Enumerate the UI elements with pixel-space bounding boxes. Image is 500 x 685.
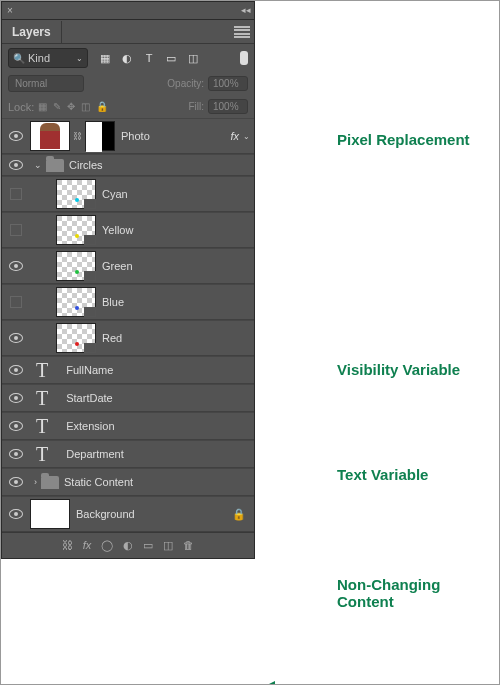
layer-name[interactable]: StartDate <box>48 392 254 404</box>
layer-thumbnail[interactable] <box>56 179 96 209</box>
layer-text[interactable]: T Department <box>2 440 254 468</box>
layer-thumbnail[interactable] <box>56 251 96 281</box>
panel-menu-icon[interactable] <box>234 26 250 38</box>
layer-name[interactable]: Cyan <box>96 188 254 200</box>
layer-name[interactable]: Background <box>70 508 232 520</box>
layer-text[interactable]: T StartDate <box>2 384 254 412</box>
blend-mode-dropdown[interactable]: Normal <box>8 75 84 92</box>
layer-circle[interactable]: Red <box>2 320 254 356</box>
panel-footer: ⛓ fx ◯ ◐ ▭ ◫ 🗑 <box>2 532 254 558</box>
visibility-toggle[interactable] <box>10 224 22 236</box>
visibility-toggle[interactable] <box>9 365 23 375</box>
visibility-toggle[interactable] <box>9 449 23 459</box>
layer-photo[interactable]: ⛓ Photo fx ⌄ <box>2 118 254 154</box>
filter-shape-icon[interactable]: ▭ <box>164 51 178 65</box>
layer-name[interactable]: Green <box>96 260 254 272</box>
layer-text[interactable]: T FullName <box>2 356 254 384</box>
fill-label: Fill: <box>188 101 204 112</box>
layer-circle[interactable]: Yellow <box>2 212 254 248</box>
layer-name[interactable]: Static Content <box>62 476 254 488</box>
kind-label: Kind <box>28 52 50 64</box>
layer-name[interactable]: Department <box>48 448 254 460</box>
layer-circle[interactable]: Cyan <box>2 176 254 212</box>
blend-mode-row: Normal Opacity: 100% <box>2 72 254 95</box>
annotation-visibility: Visibility Variable <box>337 361 460 378</box>
visibility-toggle[interactable] <box>9 477 23 487</box>
opacity-label: Opacity: <box>167 78 204 89</box>
layer-group-circles[interactable]: ⌄ Circles <box>2 154 254 176</box>
group-expand-icon[interactable]: › <box>34 477 37 487</box>
lock-transparent-icon[interactable]: ▦ <box>38 101 47 112</box>
filter-toggle[interactable] <box>240 51 248 65</box>
visibility-toggle[interactable] <box>10 188 22 200</box>
visibility-toggle[interactable] <box>9 131 23 141</box>
layer-thumbnail[interactable] <box>30 499 70 529</box>
layers-list: ⛓ Photo fx ⌄ ⌄ Circles Cyan Yellow Green… <box>2 118 254 532</box>
opacity-input[interactable]: 100% <box>208 76 248 91</box>
search-icon: 🔍 <box>13 53 25 64</box>
filter-row: 🔍 Kind ⌄ ▦ ◐ T ▭ ◫ <box>2 44 254 72</box>
lock-label: Lock: <box>8 101 34 113</box>
visibility-toggle[interactable] <box>9 333 23 343</box>
lock-row: Lock: ▦ ✎ ✥ ◫ 🔒 Fill: 100% <box>2 95 254 118</box>
fill-input[interactable]: 100% <box>208 99 248 114</box>
filter-smartobj-icon[interactable]: ◫ <box>186 51 200 65</box>
panel-titlebar: × ◂◂ <box>2 2 254 20</box>
type-layer-icon: T <box>36 359 48 382</box>
group-expand-icon[interactable]: ⌄ <box>34 160 42 170</box>
visibility-toggle[interactable] <box>9 509 23 519</box>
lock-icons: ▦ ✎ ✥ ◫ 🔒 <box>38 101 108 112</box>
add-mask-icon[interactable]: ◯ <box>101 539 113 552</box>
link-mask-icon[interactable]: ⛓ <box>73 131 82 141</box>
fx-badge[interactable]: fx <box>230 130 239 142</box>
layer-name[interactable]: Extension <box>48 420 254 432</box>
filter-type-icons: ▦ ◐ T ▭ ◫ <box>98 51 200 65</box>
tab-layers[interactable]: Layers <box>2 21 62 43</box>
visibility-toggle[interactable] <box>9 261 23 271</box>
layer-name[interactable]: Red <box>96 332 254 344</box>
link-layers-icon[interactable]: ⛓ <box>62 539 73 552</box>
chevron-down-icon: ⌄ <box>76 54 83 63</box>
type-layer-icon: T <box>36 415 48 438</box>
layer-name[interactable]: FullName <box>48 364 254 376</box>
visibility-toggle[interactable] <box>10 296 22 308</box>
layer-thumbnail[interactable] <box>30 121 70 151</box>
folder-icon <box>46 159 64 172</box>
collapse-icon[interactable]: ◂◂ <box>241 5 251 15</box>
visibility-toggle[interactable] <box>9 421 23 431</box>
layer-name[interactable]: Circles <box>67 159 254 171</box>
layer-group-static[interactable]: › Static Content <box>2 468 254 496</box>
lock-icon[interactable]: 🔒 <box>232 508 246 521</box>
filter-adjustment-icon[interactable]: ◐ <box>120 51 134 65</box>
visibility-toggle[interactable] <box>9 160 23 170</box>
visibility-toggle[interactable] <box>9 393 23 403</box>
fx-expand-icon[interactable]: ⌄ <box>243 132 250 141</box>
layer-background[interactable]: Background 🔒 <box>2 496 254 532</box>
new-group-icon[interactable]: ▭ <box>143 539 153 552</box>
close-icon[interactable]: × <box>2 5 18 16</box>
layer-circle[interactable]: Blue <box>2 284 254 320</box>
type-layer-icon: T <box>36 443 48 466</box>
layer-thumbnail[interactable] <box>56 287 96 317</box>
layer-circle[interactable]: Green <box>2 248 254 284</box>
add-fx-icon[interactable]: fx <box>83 539 92 552</box>
annotation-nonchanging: Non-Changing Content <box>337 576 477 610</box>
add-adjustment-icon[interactable]: ◐ <box>123 539 133 552</box>
layer-thumbnail[interactable] <box>56 323 96 353</box>
lock-image-icon[interactable]: ✎ <box>53 101 61 112</box>
layer-mask-thumbnail[interactable] <box>85 121 115 151</box>
filter-type-icon[interactable]: T <box>142 51 156 65</box>
layer-name[interactable]: Photo <box>115 130 230 142</box>
filter-kind-dropdown[interactable]: 🔍 Kind ⌄ <box>8 48 88 68</box>
new-layer-icon[interactable]: ◫ <box>163 539 173 552</box>
delete-layer-icon[interactable]: 🗑 <box>183 539 194 552</box>
layer-text[interactable]: T Extension <box>2 412 254 440</box>
filter-pixel-icon[interactable]: ▦ <box>98 51 112 65</box>
lock-artboard-icon[interactable]: ◫ <box>81 101 90 112</box>
layer-name[interactable]: Blue <box>96 296 254 308</box>
lock-all-icon[interactable]: 🔒 <box>96 101 108 112</box>
layer-thumbnail[interactable] <box>56 215 96 245</box>
folder-icon <box>41 476 59 489</box>
layer-name[interactable]: Yellow <box>96 224 254 236</box>
lock-position-icon[interactable]: ✥ <box>67 101 75 112</box>
